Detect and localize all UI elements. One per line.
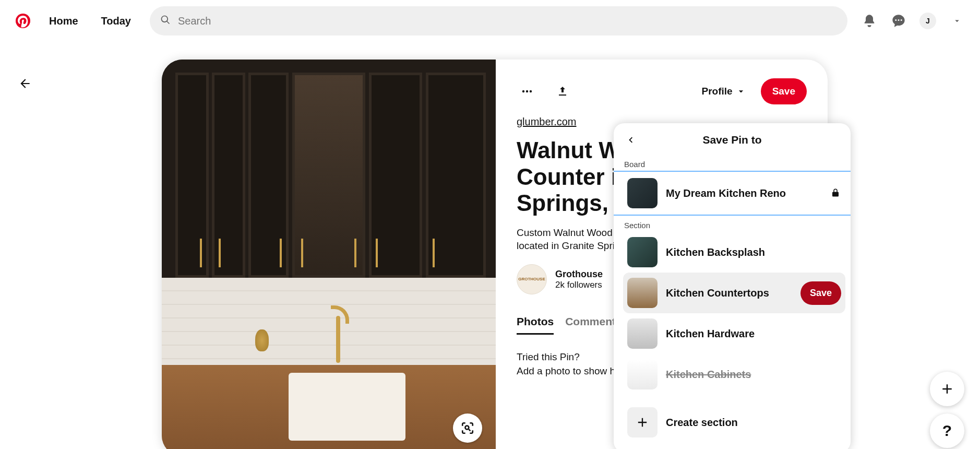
search-bar[interactable] xyxy=(150,6,847,36)
add-pin-button[interactable] xyxy=(930,372,964,406)
section-thumb xyxy=(627,318,658,349)
header: Home Today J xyxy=(0,0,980,42)
popover-title: Save Pin to xyxy=(702,134,761,146)
svg-point-2 xyxy=(522,90,524,92)
section-thumb xyxy=(627,237,658,267)
section-thumb xyxy=(627,359,658,389)
chevron-down-icon xyxy=(736,86,746,97)
svg-point-3 xyxy=(526,90,528,92)
section-row[interactable]: Kitchen Countertops Save xyxy=(623,273,845,313)
highlight-line xyxy=(614,171,851,172)
board-name: My Dream Kitchen Reno xyxy=(666,187,822,199)
back-button[interactable] xyxy=(13,71,38,96)
section-heading: Section xyxy=(624,221,845,230)
plus-icon xyxy=(627,407,658,438)
section-row[interactable]: Kitchen Cabinets xyxy=(623,354,845,395)
section-thumb xyxy=(627,278,658,308)
visual-search-icon[interactable] xyxy=(453,413,482,443)
lock-icon xyxy=(831,188,841,198)
section-name: Kitchen Cabinets xyxy=(666,369,841,381)
author-avatar: GROTHOUSE xyxy=(517,264,547,294)
kitchen-illustration xyxy=(162,60,496,449)
create-section-label: Create section xyxy=(666,417,837,429)
nav-home[interactable]: Home xyxy=(40,9,88,33)
popover-back-icon[interactable] xyxy=(621,131,640,149)
messages-icon[interactable] xyxy=(886,8,911,33)
help-button[interactable]: ? xyxy=(930,413,964,448)
save-button[interactable]: Save xyxy=(761,78,807,104)
account-menu-chevron[interactable] xyxy=(945,8,970,33)
section-name: Kitchen Hardware xyxy=(666,328,841,340)
search-input[interactable] xyxy=(177,15,837,28)
svg-point-4 xyxy=(530,90,532,92)
section-row[interactable]: Kitchen Hardware xyxy=(623,313,845,354)
board-selector[interactable]: Profile xyxy=(702,86,746,97)
pin-image[interactable] xyxy=(162,60,496,449)
section-row[interactable]: Kitchen Backsplash xyxy=(623,232,845,273)
create-section-button[interactable]: Create section xyxy=(623,403,841,442)
pinterest-logo[interactable] xyxy=(10,8,35,33)
board-selector-label: Profile xyxy=(702,86,733,97)
author-name: Grothouse xyxy=(555,269,603,280)
board-row[interactable]: My Dream Kitchen Reno xyxy=(623,173,845,214)
section-name: Kitchen Countertops xyxy=(666,287,792,299)
nav-today[interactable]: Today xyxy=(92,9,140,33)
account-avatar[interactable]: J xyxy=(915,8,940,33)
svg-point-1 xyxy=(465,426,469,429)
board-heading: Board xyxy=(624,160,845,169)
section-save-button[interactable]: Save xyxy=(800,281,841,305)
notifications-icon[interactable] xyxy=(857,8,882,33)
board-thumb xyxy=(627,178,658,208)
section-name: Kitchen Backsplash xyxy=(666,246,841,258)
avatar-initial: J xyxy=(926,17,930,25)
search-icon xyxy=(160,15,171,27)
highlight-line xyxy=(614,215,851,216)
popover-scroll[interactable]: Board My Dream Kitchen Reno Section Kitc… xyxy=(614,157,851,397)
author-followers: 2k followers xyxy=(555,280,603,290)
tab-photos[interactable]: Photos xyxy=(517,315,554,335)
save-pin-popover: Save Pin to Board My Dream Kitchen Reno … xyxy=(614,123,851,449)
share-icon[interactable] xyxy=(552,81,573,102)
more-options-icon[interactable] xyxy=(517,81,537,102)
